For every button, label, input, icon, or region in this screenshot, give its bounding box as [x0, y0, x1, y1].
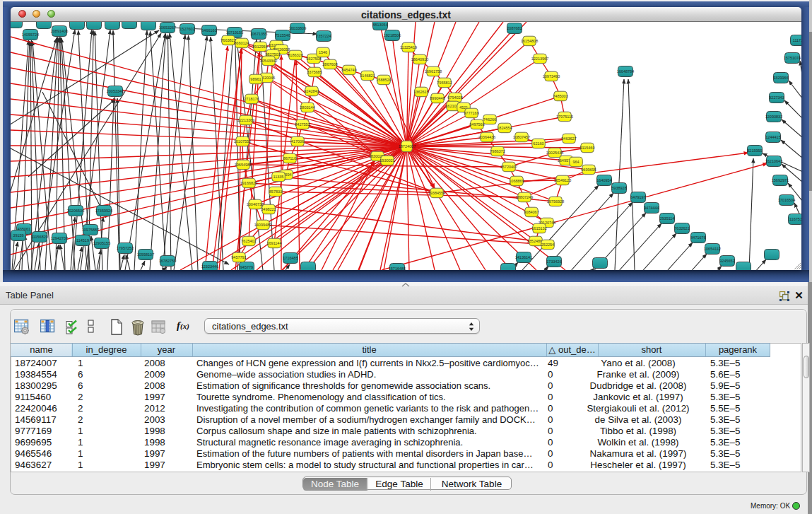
svg-text:1824554: 1824554 [497, 126, 512, 130]
svg-text:9115460: 9115460 [579, 146, 594, 150]
svg-text:9245652: 9245652 [719, 259, 734, 263]
svg-text:10973493: 10973493 [543, 74, 560, 78]
svg-text:9777169: 9777169 [464, 111, 478, 115]
svg-text:10107552: 10107552 [234, 139, 251, 144]
svg-text:9474444: 9474444 [644, 206, 659, 210]
svg-text:10025438: 10025438 [546, 151, 563, 155]
svg-text:11325419: 11325419 [400, 45, 417, 49]
svg-text:9227343: 9227343 [769, 95, 784, 100]
svg-text:8186328: 8186328 [288, 53, 302, 57]
svg-text:19756928: 19756928 [547, 199, 564, 204]
svg-text:7632621: 7632621 [674, 226, 689, 230]
svg-text:1068869: 1068869 [509, 179, 524, 183]
svg-text:945779: 945779 [240, 265, 253, 269]
svg-text:12942737: 12942737 [51, 236, 68, 240]
svg-text:2867608: 2867608 [322, 62, 337, 66]
svg-text:1615132: 1615132 [531, 226, 546, 230]
svg-text:7986372: 7986372 [490, 149, 505, 153]
svg-text:15751074: 15751074 [784, 56, 801, 60]
svg-text:7625402: 7625402 [241, 239, 256, 243]
svg-text:10975887: 10975887 [82, 228, 99, 232]
svg-text:18724007: 18724007 [399, 144, 416, 148]
svg-text:20206536: 20206536 [67, 209, 84, 213]
svg-text:1716485: 1716485 [283, 256, 298, 260]
svg-text:14055724: 14055724 [22, 33, 39, 37]
svg-text:39159: 39159 [13, 233, 23, 238]
svg-text:12905155: 12905155 [93, 241, 110, 245]
svg-text:16782759: 16782759 [159, 259, 176, 263]
svg-text:10543342: 10543342 [260, 59, 277, 63]
svg-text:2935114: 2935114 [659, 216, 674, 221]
svg-text:16154808: 16154808 [521, 39, 538, 43]
svg-text:1588520: 1588520 [376, 78, 391, 82]
svg-text:19654985: 19654985 [235, 163, 252, 167]
svg-text:9242843: 9242843 [304, 89, 319, 93]
svg-text:417006: 417006 [291, 139, 304, 144]
svg-text:15692971: 15692971 [772, 178, 789, 182]
svg-text:16210643: 16210643 [765, 159, 782, 163]
svg-text:12323446: 12323446 [201, 264, 218, 269]
svg-text:16961758: 16961758 [425, 69, 442, 74]
svg-text:10719155: 10719155 [226, 30, 243, 35]
svg-text:7515546: 7515546 [275, 33, 290, 37]
svg-text:17975115: 17975115 [556, 115, 573, 119]
svg-text:20891406: 20891406 [51, 29, 68, 33]
svg-text:10046738: 10046738 [247, 202, 264, 206]
svg-text:7357224: 7357224 [316, 34, 331, 38]
svg-text:8990448: 8990448 [430, 96, 445, 100]
svg-text:17359924: 17359924 [95, 209, 112, 213]
svg-text:1362615: 1362615 [413, 90, 428, 94]
svg-text:19166829: 19166829 [240, 181, 257, 185]
svg-text:1244415: 1244415 [765, 135, 780, 139]
svg-text:3498222: 3498222 [261, 207, 276, 211]
svg-text:1691144: 1691144 [266, 241, 281, 245]
svg-text:6497568: 6497568 [469, 122, 484, 127]
svg-text:1527602: 1527602 [180, 27, 194, 31]
svg-text:10958107: 10958107 [137, 252, 154, 257]
svg-text:10671355: 10671355 [250, 32, 267, 36]
svg-text:2803144: 2803144 [300, 105, 314, 110]
svg-text:11172: 11172 [793, 38, 801, 42]
svg-text:8471676: 8471676 [690, 235, 705, 240]
svg-text:5938928: 5938928 [611, 186, 626, 190]
svg-text:116753: 116753 [789, 217, 801, 221]
svg-text:9457791: 9457791 [231, 255, 246, 259]
svg-text:9146821: 9146821 [360, 74, 375, 78]
svg-text:9329966: 9329966 [773, 76, 788, 80]
svg-text:9463627: 9463627 [561, 136, 576, 141]
svg-text:11156829: 11156829 [31, 235, 48, 239]
svg-text:9699695: 9699695 [581, 168, 596, 172]
svg-text:20053346: 20053346 [107, 89, 124, 93]
svg-text:8427552: 8427552 [295, 122, 310, 127]
svg-text:1930021: 1930021 [379, 158, 394, 163]
svg-text:11335: 11335 [273, 175, 284, 179]
svg-text:6479197: 6479197 [630, 195, 645, 199]
svg-text:867110: 867110 [283, 156, 296, 160]
svg-text:14099489: 14099489 [254, 223, 271, 227]
svg-text:15720407: 15720407 [500, 165, 517, 169]
svg-text:252254: 252254 [541, 243, 554, 247]
svg-text:16033809: 16033809 [289, 26, 306, 30]
svg-text:19218506: 19218506 [384, 33, 401, 37]
svg-text:7485003: 7485003 [553, 94, 567, 98]
svg-text:964: 964 [572, 160, 579, 164]
svg-text:6466160: 6466160 [201, 28, 216, 33]
svg-text:15716485: 15716485 [389, 267, 406, 270]
svg-text:16549123: 16549123 [554, 178, 571, 182]
svg-text:98961: 98961 [250, 77, 261, 81]
svg-text:14136141: 14136141 [515, 255, 532, 259]
svg-text:16648784: 16648784 [617, 69, 634, 74]
svg-text:17957253: 17957253 [117, 246, 134, 250]
svg-text:114519: 114519 [76, 238, 89, 243]
svg-text:8660124: 8660124 [234, 41, 249, 45]
svg-text:1546: 1546 [319, 50, 327, 54]
svg-text:19384554: 19384554 [428, 191, 445, 195]
svg-text:7955812: 7955812 [437, 81, 452, 85]
svg-text:8912954: 8912954 [252, 45, 267, 49]
svg-text:10653267: 10653267 [159, 25, 176, 30]
svg-text:17016504: 17016504 [778, 198, 795, 202]
svg-text:18807249: 18807249 [516, 195, 533, 199]
svg-text:20364436: 20364436 [478, 135, 495, 139]
svg-text:1640954: 1640954 [596, 178, 611, 182]
svg-text:62160: 62160 [533, 141, 543, 146]
